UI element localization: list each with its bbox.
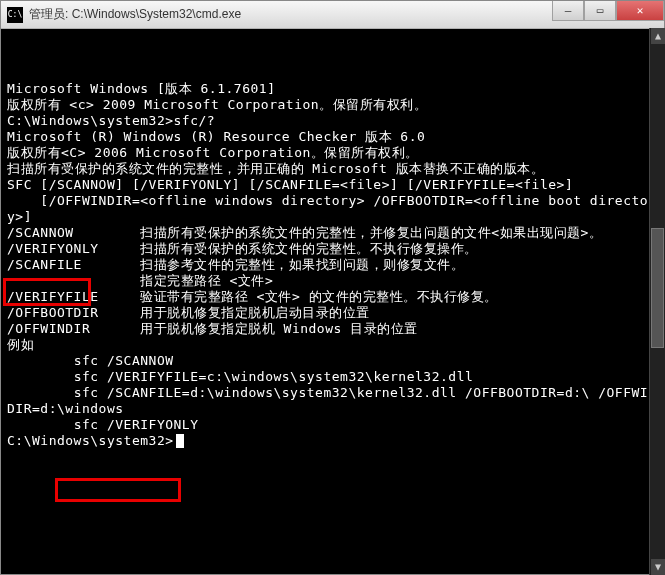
terminal-line: /OFFWINDIR 用于脱机修复指定脱机 Windows 目录的位置	[7, 321, 658, 337]
terminal-line: sfc /SCANFILE=d:\windows\system32\kernel…	[7, 385, 658, 417]
terminal-output[interactable]: Microsoft Windows [版本 6.1.7601]版权所有 <c> …	[1, 29, 664, 574]
terminal-line: 扫描所有受保护的系统文件的完整性，并用正确的 Microsoft 版本替换不正确…	[7, 161, 658, 177]
terminal-line: [/OFFWINDIR=<offline windows directory> …	[7, 193, 658, 225]
terminal-line: sfc /VERIFYONLY	[7, 417, 658, 433]
terminal-line: sfc /VERIFYFILE=c:\windows\system32\kern…	[7, 369, 658, 385]
window-buttons: — ▭ ✕	[552, 1, 664, 21]
terminal-line: /VERIFYONLY 扫描所有受保护的系统文件的完整性。不执行修复操作。	[7, 241, 658, 257]
terminal-line: 版权所有<C> 2006 Microsoft Corporation。保留所有权…	[7, 145, 658, 161]
terminal-line: SFC [/SCANNOW] [/VERIFYONLY] [/SCANFILE=…	[7, 177, 658, 193]
terminal-line: /SCANNOW 扫描所有受保护的系统文件的完整性，并修复出问题的文件<如果出现…	[7, 225, 658, 241]
scroll-down-arrow-icon[interactable]: ▼	[651, 559, 665, 575]
window-title: 管理员: C:\Windows\System32\cmd.exe	[29, 6, 241, 23]
scrollbar[interactable]: ▲ ▼	[649, 28, 665, 575]
terminal-line: 例如	[7, 337, 658, 353]
terminal-line: /OFFBOOTDIR 用于脱机修复指定脱机启动目录的位置	[7, 305, 658, 321]
terminal-line: 指定完整路径 <文件>	[7, 273, 658, 289]
terminal-line: 版权所有 <c> 2009 Microsoft Corporation。保留所有…	[7, 97, 658, 113]
scroll-thumb[interactable]	[651, 228, 664, 348]
titlebar[interactable]: C:\ 管理员: C:\Windows\System32\cmd.exe — ▭…	[1, 1, 664, 29]
terminal-line: /VERIFYFILE 验证带有完整路径 <文件> 的文件的完整性。不执行修复。	[7, 289, 658, 305]
cmd-icon: C:\	[7, 7, 23, 23]
minimize-button[interactable]: —	[552, 1, 584, 21]
maximize-button[interactable]: ▭	[584, 1, 616, 21]
highlight-sfc-scannow-example	[55, 478, 181, 502]
close-button[interactable]: ✕	[616, 1, 664, 21]
cursor	[176, 434, 184, 448]
terminal-line: Microsoft (R) Windows (R) Resource Check…	[7, 129, 658, 145]
terminal-line: C:\Windows\system32>sfc/?	[7, 113, 658, 129]
terminal-line: Microsoft Windows [版本 6.1.7601]	[7, 81, 658, 97]
terminal-line: /SCANFILE 扫描参考文件的完整性，如果找到问题，则修复文件。	[7, 257, 658, 273]
terminal-line: sfc /SCANNOW	[7, 353, 658, 369]
terminal-line: C:\Windows\system32>	[7, 433, 658, 449]
scroll-up-arrow-icon[interactable]: ▲	[651, 28, 665, 44]
